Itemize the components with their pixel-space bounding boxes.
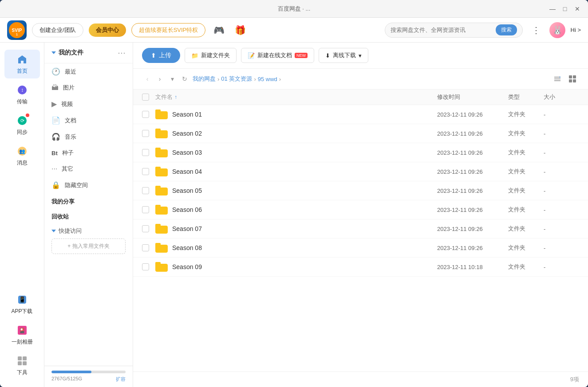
row-checkbox-1[interactable] bbox=[142, 130, 149, 137]
row-checkbox-4[interactable] bbox=[142, 187, 149, 194]
search-input[interactable] bbox=[391, 27, 492, 33]
sidebar-item-sync[interactable]: ⟳ 同步 bbox=[4, 111, 40, 140]
nav-item-image[interactable]: 🏔 图片 bbox=[44, 80, 133, 96]
type-column-header[interactable]: 类型 bbox=[508, 93, 544, 101]
table-row[interactable]: Season 06 2023-12-11 09:26 文件夹 - bbox=[133, 200, 588, 219]
table-row[interactable]: Season 03 2023-12-11 09:26 文件夹 - bbox=[133, 143, 588, 162]
avatar: 🐰 bbox=[549, 22, 565, 38]
row-checkbox-0[interactable] bbox=[142, 111, 149, 118]
sidebar-transfer-label: 传输 bbox=[17, 98, 28, 106]
maximize-button[interactable]: □ bbox=[561, 5, 568, 12]
svg-rect-13 bbox=[18, 356, 22, 360]
file-panel-header: 我的文件 ⋯ bbox=[44, 43, 133, 63]
new-folder-button[interactable]: 📁 新建文件夹 bbox=[185, 48, 237, 63]
table-row[interactable]: Season 08 2023-12-11 09:26 文件夹 - bbox=[133, 238, 588, 258]
sidebar-item-album[interactable]: 🎴 一刻相册 bbox=[4, 321, 40, 349]
sidebar-tools-label: 下具 bbox=[17, 369, 28, 376]
table-row[interactable]: Season 01 2023-12-11 09:26 文件夹 - bbox=[133, 105, 588, 124]
my-share-section[interactable]: 我的分享 bbox=[44, 193, 133, 208]
svip-button[interactable]: 超值续赛延长SVIP特权 bbox=[131, 23, 206, 37]
svg-rect-16 bbox=[23, 361, 27, 365]
content-area: ⬆ 上传 📁 新建文件夹 📝 新建在线文档 NEW ⬇ 离线下载 ▾ bbox=[133, 43, 588, 387]
row-checkbox-5[interactable] bbox=[142, 206, 149, 213]
file-type: 文件夹 bbox=[508, 110, 544, 118]
file-type: 文件夹 bbox=[508, 244, 544, 252]
titlebar: 百度网盘 · ... — □ ✕ bbox=[0, 0, 588, 18]
sidebar-item-home[interactable]: 首页 bbox=[4, 50, 40, 78]
sort-icon[interactable]: ↑ bbox=[174, 94, 177, 100]
file-size: - bbox=[544, 130, 579, 137]
create-team-button[interactable]: 创建企业/团队 bbox=[32, 23, 83, 37]
header: SVIP 1 创建企业/团队 会员中心 超值续赛延长SVIP特权 🎮 🎁 搜索 … bbox=[0, 18, 588, 43]
add-folder-button[interactable]: + 拖入常用文件夹 bbox=[51, 238, 126, 254]
date-column-header[interactable]: 修改时间 bbox=[437, 93, 508, 101]
sidebar-item-message[interactable]: 👥 消息 bbox=[4, 141, 40, 170]
file-type: 文件夹 bbox=[508, 129, 544, 137]
breadcrumb-root[interactable]: 我的网盘 bbox=[193, 75, 216, 83]
sidebar-item-tools[interactable]: 下具 bbox=[4, 351, 40, 380]
nav-forward-button[interactable]: › bbox=[154, 74, 165, 84]
nav-dropdown-button[interactable]: ▾ bbox=[167, 74, 178, 84]
grid-view-button[interactable] bbox=[566, 72, 579, 86]
size-column-header[interactable]: 大小 bbox=[544, 93, 579, 101]
collapse-icon[interactable] bbox=[51, 51, 56, 54]
hidden-icon: 🔒 bbox=[51, 181, 60, 189]
quick-collapse-icon[interactable] bbox=[51, 230, 56, 232]
table-row[interactable]: Season 09 2023-12-11 10:18 文件夹 - bbox=[133, 258, 588, 277]
file-size: - bbox=[544, 188, 579, 194]
vip-center-button[interactable]: 会员中心 bbox=[89, 23, 126, 37]
more-menu-button[interactable]: ⋮ bbox=[528, 22, 544, 38]
nav-item-recent[interactable]: 🕐 最近 bbox=[44, 63, 133, 80]
svg-rect-24 bbox=[573, 79, 576, 82]
select-all-checkbox[interactable] bbox=[142, 94, 149, 101]
file-date: 2023-12-11 09:26 bbox=[437, 111, 508, 118]
nav-item-other[interactable]: ··· 其它 bbox=[44, 161, 133, 177]
nav-item-video[interactable]: ▶ 视频 bbox=[44, 96, 133, 112]
search-button[interactable]: 搜索 bbox=[496, 24, 517, 35]
breadcrumb-level2[interactable]: 95 wwd bbox=[258, 76, 277, 82]
breadcrumb-level1[interactable]: 01 英文资源 bbox=[221, 75, 252, 83]
row-checkbox-2[interactable] bbox=[142, 149, 149, 156]
nav-item-doc[interactable]: 📄 文档 bbox=[44, 112, 133, 129]
row-checkbox-7[interactable] bbox=[142, 244, 149, 251]
new-doc-button[interactable]: 📝 新建在线文档 NEW bbox=[241, 48, 314, 63]
nav-back-button[interactable]: ‹ bbox=[142, 74, 153, 84]
message-icon: 👥 bbox=[16, 145, 28, 157]
close-button[interactable]: ✕ bbox=[574, 5, 581, 12]
quick-access-section: 快捷访问 + 拖入常用文件夹 bbox=[44, 223, 133, 258]
breadcrumb: ‹ › ▾ ↻ 我的网盘 › 01 英文资源 › 95 wwd › bbox=[133, 69, 588, 90]
recent-icon: 🕐 bbox=[51, 67, 60, 76]
hi-text[interactable]: Hi > bbox=[571, 27, 581, 33]
sidebar-item-app[interactable]: 📱 APP下载 bbox=[4, 290, 40, 319]
file-list: Season 01 2023-12-11 09:26 文件夹 - Season … bbox=[133, 105, 588, 371]
sidebar-item-transfer[interactable]: ↕ 传输 bbox=[4, 80, 40, 109]
table-row[interactable]: Season 02 2023-12-11 09:26 文件夹 - bbox=[133, 124, 588, 143]
filename-column-header[interactable]: 文件名 bbox=[155, 93, 173, 101]
row-checkbox-8[interactable] bbox=[142, 263, 149, 270]
gift-icon[interactable]: 🎁 bbox=[232, 22, 248, 38]
row-checkbox-3[interactable] bbox=[142, 168, 149, 175]
expand-storage-button[interactable]: 扩容 bbox=[116, 376, 126, 383]
game-icon[interactable]: 🎮 bbox=[211, 22, 227, 38]
nav-item-music[interactable]: 🎧 音乐 bbox=[44, 129, 133, 145]
table-row[interactable]: Season 05 2023-12-11 09:26 文件夹 - bbox=[133, 181, 588, 200]
minimize-button[interactable]: — bbox=[549, 5, 556, 12]
svg-rect-14 bbox=[23, 356, 27, 360]
row-checkbox-6[interactable] bbox=[142, 225, 149, 232]
nav-refresh-button[interactable]: ↻ bbox=[179, 74, 190, 84]
offline-download-button[interactable]: ⬇ 离线下载 ▾ bbox=[319, 48, 368, 63]
nav-item-torrent[interactable]: Bt 种子 bbox=[44, 145, 133, 161]
svg-rect-21 bbox=[569, 75, 572, 78]
sidebar-album-label: 一刻相册 bbox=[12, 338, 33, 346]
sort-view-button[interactable] bbox=[551, 72, 564, 86]
sidebar-sync-label: 同步 bbox=[17, 129, 28, 136]
table-row[interactable]: Season 04 2023-12-11 09:26 文件夹 - bbox=[133, 162, 588, 181]
tools-icon bbox=[16, 355, 28, 367]
file-panel-more-button[interactable]: ⋯ bbox=[118, 48, 126, 58]
nav-item-hidden[interactable]: 🔒 隐藏空间 bbox=[44, 177, 133, 193]
upload-button[interactable]: ⬆ 上传 bbox=[142, 48, 180, 63]
sidebar-message-label: 消息 bbox=[17, 159, 28, 167]
trash-section[interactable]: 回收站 bbox=[44, 208, 133, 223]
table-row[interactable]: Season 07 2023-12-11 09:26 文件夹 - bbox=[133, 219, 588, 238]
file-date: 2023-12-11 09:26 bbox=[437, 149, 508, 156]
